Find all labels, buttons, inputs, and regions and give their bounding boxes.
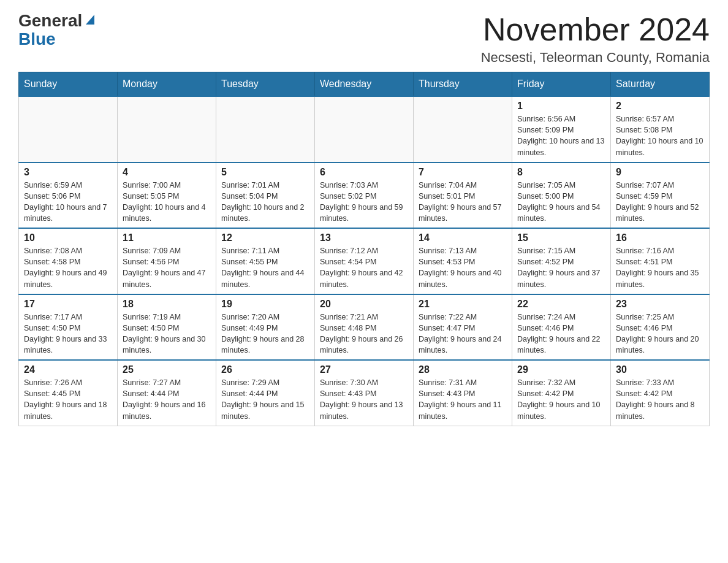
table-row: 1Sunrise: 6:56 AMSunset: 5:09 PMDaylight… xyxy=(512,96,611,163)
day-info: Sunrise: 7:21 AMSunset: 4:48 PMDaylight:… xyxy=(320,312,408,356)
day-number: 13 xyxy=(320,232,408,243)
table-row: 6Sunrise: 7:03 AMSunset: 5:02 PMDaylight… xyxy=(315,163,414,229)
table-row: 15Sunrise: 7:15 AMSunset: 4:52 PMDayligh… xyxy=(512,228,611,294)
day-info: Sunrise: 7:27 AMSunset: 4:44 PMDaylight:… xyxy=(123,377,211,422)
day-number: 10 xyxy=(24,232,112,243)
day-number: 23 xyxy=(616,299,704,310)
day-info: Sunrise: 7:30 AMSunset: 4:43 PMDaylight:… xyxy=(320,377,408,422)
day-number: 5 xyxy=(221,167,309,178)
calendar-week-row: 1Sunrise: 6:56 AMSunset: 5:09 PMDaylight… xyxy=(19,96,710,163)
day-number: 22 xyxy=(517,299,605,310)
table-row: 4Sunrise: 7:00 AMSunset: 5:05 PMDaylight… xyxy=(118,163,216,229)
day-number: 12 xyxy=(221,232,309,243)
table-row: 13Sunrise: 7:12 AMSunset: 4:54 PMDayligh… xyxy=(315,228,414,294)
header-friday: Friday xyxy=(512,72,611,97)
day-info: Sunrise: 7:32 AMSunset: 4:42 PMDaylight:… xyxy=(517,377,605,422)
table-row: 7Sunrise: 7:04 AMSunset: 5:01 PMDaylight… xyxy=(414,163,512,229)
calendar-week-row: 10Sunrise: 7:08 AMSunset: 4:58 PMDayligh… xyxy=(19,228,710,294)
table-row: 10Sunrise: 7:08 AMSunset: 4:58 PMDayligh… xyxy=(19,228,118,294)
header-tuesday: Tuesday xyxy=(216,72,315,97)
day-info: Sunrise: 7:31 AMSunset: 4:43 PMDaylight:… xyxy=(419,377,507,422)
svg-marker-0 xyxy=(86,15,94,25)
calendar-week-row: 24Sunrise: 7:26 AMSunset: 4:45 PMDayligh… xyxy=(19,360,710,426)
day-info: Sunrise: 7:17 AMSunset: 4:50 PMDaylight:… xyxy=(24,312,112,356)
day-number: 11 xyxy=(123,232,211,243)
calendar-header-row: Sunday Monday Tuesday Wednesday Thursday… xyxy=(19,72,710,97)
day-number: 1 xyxy=(517,101,605,112)
table-row: 18Sunrise: 7:19 AMSunset: 4:50 PMDayligh… xyxy=(118,294,216,361)
day-number: 9 xyxy=(616,167,704,178)
table-row xyxy=(414,96,512,163)
header-wednesday: Wednesday xyxy=(315,72,414,97)
day-info: Sunrise: 7:01 AMSunset: 5:04 PMDaylight:… xyxy=(221,180,309,224)
table-row: 29Sunrise: 7:32 AMSunset: 4:42 PMDayligh… xyxy=(512,360,611,426)
location-subtitle: Necsesti, Teleorman County, Romania xyxy=(481,50,710,66)
table-row: 16Sunrise: 7:16 AMSunset: 4:51 PMDayligh… xyxy=(611,228,710,294)
day-number: 28 xyxy=(419,364,507,375)
day-number: 21 xyxy=(419,299,507,310)
table-row xyxy=(315,96,414,163)
table-row: 12Sunrise: 7:11 AMSunset: 4:55 PMDayligh… xyxy=(216,228,315,294)
day-number: 8 xyxy=(517,167,605,178)
page-header: General Blue November 2024 Necsesti, Tel… xyxy=(18,12,710,66)
table-row: 19Sunrise: 7:20 AMSunset: 4:49 PMDayligh… xyxy=(216,294,315,361)
header-sunday: Sunday xyxy=(19,72,118,97)
table-row xyxy=(118,96,216,163)
table-row: 2Sunrise: 6:57 AMSunset: 5:08 PMDaylight… xyxy=(611,96,710,163)
day-number: 16 xyxy=(616,232,704,243)
day-info: Sunrise: 6:59 AMSunset: 5:06 PMDaylight:… xyxy=(24,180,112,224)
table-row: 24Sunrise: 7:26 AMSunset: 4:45 PMDayligh… xyxy=(19,360,118,426)
table-row: 8Sunrise: 7:05 AMSunset: 5:00 PMDaylight… xyxy=(512,163,611,229)
day-info: Sunrise: 7:05 AMSunset: 5:00 PMDaylight:… xyxy=(517,180,605,224)
month-title: November 2024 xyxy=(481,12,710,47)
day-info: Sunrise: 7:16 AMSunset: 4:51 PMDaylight:… xyxy=(616,245,704,290)
day-number: 14 xyxy=(419,232,507,243)
table-row: 23Sunrise: 7:25 AMSunset: 4:46 PMDayligh… xyxy=(611,294,710,361)
day-info: Sunrise: 7:15 AMSunset: 4:52 PMDaylight:… xyxy=(517,245,605,290)
table-row: 28Sunrise: 7:31 AMSunset: 4:43 PMDayligh… xyxy=(414,360,512,426)
day-info: Sunrise: 7:07 AMSunset: 4:59 PMDaylight:… xyxy=(616,180,704,224)
header-monday: Monday xyxy=(118,72,216,97)
day-info: Sunrise: 7:33 AMSunset: 4:42 PMDaylight:… xyxy=(616,377,704,422)
day-number: 7 xyxy=(419,167,507,178)
table-row xyxy=(19,96,118,163)
table-row: 3Sunrise: 6:59 AMSunset: 5:06 PMDaylight… xyxy=(19,163,118,229)
day-info: Sunrise: 7:08 AMSunset: 4:58 PMDaylight:… xyxy=(24,245,112,290)
day-info: Sunrise: 7:26 AMSunset: 4:45 PMDaylight:… xyxy=(24,377,112,422)
table-row xyxy=(216,96,315,163)
calendar-week-row: 17Sunrise: 7:17 AMSunset: 4:50 PMDayligh… xyxy=(19,294,710,361)
day-info: Sunrise: 7:11 AMSunset: 4:55 PMDaylight:… xyxy=(221,245,309,290)
table-row: 26Sunrise: 7:29 AMSunset: 4:44 PMDayligh… xyxy=(216,360,315,426)
logo-blue: Blue xyxy=(18,29,56,49)
day-info: Sunrise: 7:24 AMSunset: 4:46 PMDaylight:… xyxy=(517,312,605,356)
day-number: 24 xyxy=(24,364,112,375)
day-info: Sunrise: 6:56 AMSunset: 5:09 PMDaylight:… xyxy=(517,113,605,158)
day-info: Sunrise: 7:04 AMSunset: 5:01 PMDaylight:… xyxy=(419,180,507,224)
day-info: Sunrise: 7:22 AMSunset: 4:47 PMDaylight:… xyxy=(419,312,507,356)
table-row: 21Sunrise: 7:22 AMSunset: 4:47 PMDayligh… xyxy=(414,294,512,361)
table-row: 11Sunrise: 7:09 AMSunset: 4:56 PMDayligh… xyxy=(118,228,216,294)
day-number: 15 xyxy=(517,232,605,243)
title-section: November 2024 Necsesti, Teleorman County… xyxy=(481,12,710,66)
header-thursday: Thursday xyxy=(414,72,512,97)
day-number: 25 xyxy=(123,364,211,375)
day-info: Sunrise: 7:03 AMSunset: 5:02 PMDaylight:… xyxy=(320,180,408,224)
table-row: 14Sunrise: 7:13 AMSunset: 4:53 PMDayligh… xyxy=(414,228,512,294)
day-number: 29 xyxy=(517,364,605,375)
day-number: 27 xyxy=(320,364,408,375)
header-saturday: Saturday xyxy=(611,72,710,97)
day-info: Sunrise: 7:13 AMSunset: 4:53 PMDaylight:… xyxy=(419,245,507,290)
day-number: 3 xyxy=(24,167,112,178)
logo-general: General xyxy=(18,12,82,29)
day-info: Sunrise: 7:25 AMSunset: 4:46 PMDaylight:… xyxy=(616,312,704,356)
table-row: 27Sunrise: 7:30 AMSunset: 4:43 PMDayligh… xyxy=(315,360,414,426)
table-row: 20Sunrise: 7:21 AMSunset: 4:48 PMDayligh… xyxy=(315,294,414,361)
day-number: 20 xyxy=(320,299,408,310)
logo-triangle-icon xyxy=(83,12,97,26)
day-info: Sunrise: 7:09 AMSunset: 4:56 PMDaylight:… xyxy=(123,245,211,290)
day-number: 18 xyxy=(123,299,211,310)
table-row: 5Sunrise: 7:01 AMSunset: 5:04 PMDaylight… xyxy=(216,163,315,229)
calendar-week-row: 3Sunrise: 6:59 AMSunset: 5:06 PMDaylight… xyxy=(19,163,710,229)
day-number: 17 xyxy=(24,299,112,310)
day-info: Sunrise: 7:19 AMSunset: 4:50 PMDaylight:… xyxy=(123,312,211,356)
